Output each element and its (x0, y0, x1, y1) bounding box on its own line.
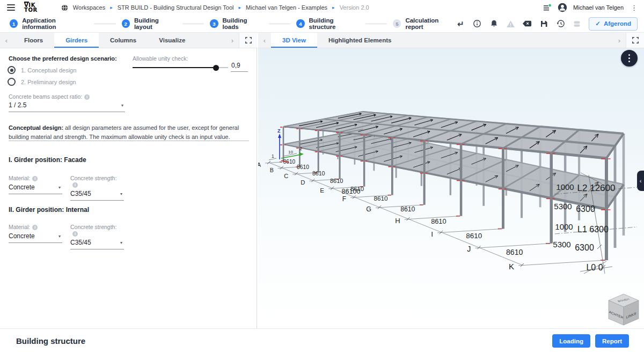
svg-text:6300: 6300 (575, 243, 594, 252)
radio-conceptual-design[interactable]: 1. Conceptual design (8, 66, 76, 74)
view-tabs-scroll-left-icon[interactable]: ‹ (258, 33, 271, 48)
step-calculation-report[interactable]: 5 Calculation report (393, 17, 456, 30)
tab-columns[interactable]: Columns (99, 33, 148, 48)
svg-text:5300: 5300 (553, 240, 570, 249)
step-connector (94, 24, 115, 24)
radio-label: 2. Preliminary design (21, 79, 76, 85)
clear-backspace-icon[interactable] (522, 19, 532, 28)
tab-highlighted-elements[interactable]: Highlighted Elements (317, 33, 403, 48)
svg-text:L1 6300: L1 6300 (577, 225, 609, 234)
storage-icon (572, 19, 582, 28)
complete-label: Afgerond (604, 20, 631, 27)
complete-button[interactable]: ✓ Afgerond (589, 17, 638, 31)
footer-buttons: Loading Report (552, 334, 629, 348)
aspect-ratio-label-text: Concrete beams aspect ratio: (9, 93, 82, 100)
breadcrumb-version[interactable]: Version 2.0 (340, 4, 369, 11)
user-avatar[interactable] (558, 3, 567, 12)
tab-floors[interactable]: Floors (13, 33, 54, 48)
viktor-logo[interactable]: VIK TOR (24, 3, 38, 12)
left-fullscreen-icon[interactable] (239, 33, 257, 48)
return-icon[interactable]: ↵ (456, 19, 465, 28)
radio-label: 1. Conceptual design (21, 67, 76, 73)
svg-text:L0 0: L0 0 (586, 263, 603, 272)
tabs-scroll-right-icon[interactable]: › (226, 33, 239, 48)
svg-text:K: K (509, 262, 514, 271)
loading-button[interactable]: Loading (552, 334, 590, 348)
left-tabbar: ‹ Floors Girders Columns Visualize › (0, 33, 257, 48)
facade-material-select[interactable]: Concrete ▾ (9, 182, 62, 194)
caret-down-icon: ▾ (120, 240, 122, 245)
breadcrumb-entity[interactable]: Michael van Telgen - Examples (246, 4, 327, 11)
svg-text:1000: 1000 (556, 182, 574, 192)
slider-thumb[interactable] (213, 65, 219, 71)
info-dot-icon[interactable]: i (72, 182, 78, 188)
svg-text:2: 2 (299, 146, 302, 151)
info-dot-icon[interactable]: i (32, 176, 38, 181)
user-name: Michael van Telgen (573, 4, 624, 11)
view-tabs-scroll-right-icon[interactable]: › (613, 33, 626, 48)
aspect-ratio-value: 1 / 2.5 ▾ (9, 100, 125, 112)
caret-down-icon: ▾ (58, 234, 61, 239)
save-icon[interactable] (539, 19, 548, 28)
history-icon[interactable] (555, 19, 565, 28)
step-connector (365, 24, 387, 24)
caret-down-icon: ▾ (121, 103, 123, 108)
unity-check-slider[interactable] (133, 64, 228, 71)
info-dot-icon[interactable]: i (72, 231, 78, 237)
notifications-bell-icon[interactable] (489, 19, 499, 28)
aspect-ratio-select[interactable]: 1 / 2.5 ▾ (9, 100, 125, 112)
tab-visualize[interactable]: Visualize (148, 33, 196, 48)
breadcrumb-workspaces[interactable]: Workspaces (73, 4, 105, 11)
svg-text:8610: 8610 (400, 205, 415, 213)
svg-text:8610: 8610 (506, 248, 523, 256)
info-icon[interactable] (472, 19, 482, 28)
strength-label: Concrete strength: (70, 175, 116, 181)
hamburger-menu-icon[interactable] (7, 4, 15, 11)
stepper: 1 Application information 2 Building lay… (0, 15, 644, 33)
logo-line2: TOR (24, 8, 38, 12)
material-label: Material: (9, 224, 30, 230)
unity-check-label: Allowable unity check: (133, 55, 188, 62)
info-dot-icon[interactable]: i (32, 225, 38, 230)
notifications-list-icon[interactable] (543, 4, 552, 12)
3d-viewport[interactable]: ABCDEFGHIJK86108610861086108610861086108… (258, 48, 644, 328)
report-button[interactable]: Report (595, 334, 629, 348)
breadcrumb: Workspaces ▸ STR BUILD - Building Struct… (61, 4, 369, 11)
step-label: Building structure (309, 17, 360, 30)
workspaces-globe-icon (61, 4, 68, 11)
info-dot-icon[interactable]: i (84, 94, 90, 100)
svg-text:A: A (258, 161, 261, 168)
tabs-scroll-left-icon[interactable]: ‹ (0, 33, 13, 48)
facade-strength-select[interactable]: C35/45 ▾ (70, 189, 124, 201)
view-options-kebab-button[interactable] (621, 50, 638, 67)
tab-girders[interactable]: Girders (54, 33, 99, 48)
svg-text:D: D (301, 179, 305, 186)
facade-strength-field: Concrete strength:i C35/45 ▾ (70, 175, 124, 201)
internal-strength-select[interactable]: C35/45 ▾ (70, 238, 124, 249)
step-building-structure[interactable]: 4 Building structure (296, 17, 360, 30)
svg-text:L2 12600: L2 12600 (577, 183, 616, 193)
header: VIK TOR Workspaces ▸ STR BUILD - Buildin… (0, 0, 644, 16)
scenario-description: Conceptual design: all design parameters… (9, 123, 249, 141)
breadcrumb-app[interactable]: STR BUILD - Building Structural Design T… (118, 4, 234, 11)
action-icons: ↵ ✓ Afgerond (456, 17, 638, 31)
step-building-loads[interactable]: 3 Building loads (210, 17, 263, 30)
side-drawer-handle[interactable]: ‹ (637, 171, 644, 191)
radio-selected-icon (8, 66, 16, 74)
slider-fill (133, 67, 216, 68)
step-number: 2 (122, 19, 130, 28)
step-application-information[interactable]: 1 Application information (10, 17, 88, 30)
tab-3d-view[interactable]: 3D View (271, 33, 317, 48)
step-building-layout[interactable]: 2 Building layout (122, 17, 177, 30)
step-number: 5 (393, 19, 401, 28)
step-label: Calculation report (405, 17, 456, 30)
svg-text:Z: Z (277, 128, 281, 134)
3d-scene[interactable]: ABCDEFGHIJK86108610861086108610861086108… (258, 48, 644, 328)
right-fullscreen-icon[interactable] (626, 33, 644, 48)
header-kebab-icon[interactable]: ⋮ (630, 4, 639, 12)
unity-check-value[interactable]: 0,9 (231, 61, 248, 72)
radio-preliminary-design[interactable]: 2. Preliminary design (8, 78, 76, 86)
svg-text:G: G (366, 205, 371, 213)
internal-material-select[interactable]: Concrete ▾ (9, 231, 62, 243)
section-internal-title: II. Girder position: Internal (9, 206, 89, 214)
